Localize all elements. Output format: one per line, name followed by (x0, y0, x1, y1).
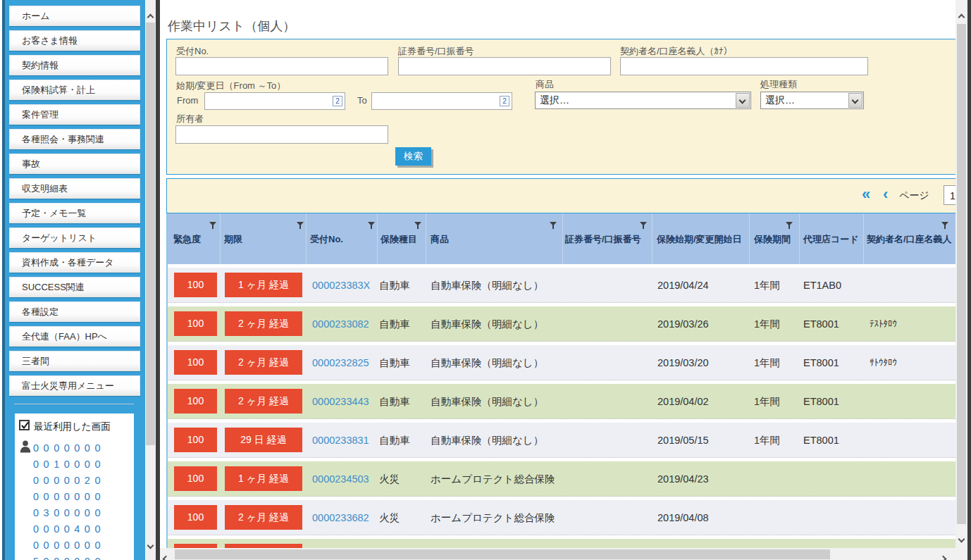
search-panel: 受付No. 証券番号/口振番号 契約者名/口座名義人（ｶﾅ） 始期/変更日（Fr… (166, 39, 957, 175)
chevron-down-icon[interactable] (848, 93, 862, 108)
urgency-badge: 100 (174, 350, 217, 375)
receipt-no-link[interactable]: 0000233682 (312, 500, 369, 535)
scroll-left-icon[interactable] (163, 552, 168, 560)
filter-icon[interactable] (368, 219, 375, 232)
filter-icon[interactable] (297, 219, 304, 232)
urgency-badge: 100 (174, 273, 217, 297)
table-row: 100 1 ヶ月 経過 0000234503 火災 ホームプロテクト総合保険 2… (166, 461, 955, 497)
scroll-down-icon[interactable] (148, 538, 153, 551)
product-label: 商品 (536, 78, 554, 91)
sidebar-item-premium-calc[interactable]: 保険料試算・計上 (9, 80, 140, 100)
receipt-no-input[interactable] (175, 57, 388, 75)
recent-screens-label: 最近利用した画面 (34, 421, 111, 433)
sidebar-item-contract-info[interactable]: 契約情報 (9, 55, 140, 75)
to-date-input[interactable] (371, 92, 512, 110)
agency-code: ET8001 (803, 384, 839, 419)
vertical-scrollbar-thumb[interactable] (957, 24, 966, 524)
column-header-start-date: 保険始期/変更開始日 (657, 233, 742, 246)
agency-code: ET8001 (803, 423, 839, 458)
search-button[interactable]: 検索 (395, 147, 431, 166)
scroll-up-icon[interactable] (148, 10, 153, 23)
urgency-badge: 100 (174, 466, 217, 491)
recent-screen-link[interactable]: 0000020 (33, 475, 105, 486)
scroll-right-icon[interactable] (941, 552, 946, 560)
insurance-category: 火災 (379, 461, 400, 497)
calendar-icon[interactable]: 2 (333, 96, 342, 106)
sidebar-item-document-data[interactable]: 資料作成・各種データ (9, 252, 140, 273)
horizontal-scrollbar[interactable] (160, 548, 955, 560)
start-date: 2019/04/24 (657, 268, 709, 303)
process-type-select[interactable]: 選択… (760, 92, 864, 109)
start-date: 2019/05/15 (657, 423, 709, 458)
recent-screen-link[interactable]: 0000400 (33, 523, 105, 535)
product-select[interactable]: 選択… (535, 92, 751, 109)
sidebar-item-inquiries[interactable]: 各種照会・事務関連 (9, 129, 140, 149)
sidebar-item-customer-info[interactable]: お客さま情報 (9, 30, 140, 51)
recent-screen-link[interactable]: 0000000 (33, 491, 105, 502)
sidebar-item-accident[interactable]: 事故 (9, 154, 140, 174)
policy-no-input[interactable] (398, 57, 611, 75)
recent-screens-checkbox[interactable] (19, 420, 30, 430)
table-left-border (166, 213, 168, 548)
calendar-icon[interactable]: 2 (500, 96, 509, 106)
deadline-badge: 1 ヶ月 経過 (225, 466, 302, 491)
column-header-policy-no: 証券番号/口振番号 (565, 233, 641, 246)
sidebar-item-settings[interactable]: 各種設定 (9, 301, 140, 322)
term: 1年間 (754, 268, 780, 303)
receipt-no-link[interactable]: 0000233831 (312, 423, 369, 458)
scroll-up-icon[interactable] (959, 10, 964, 23)
filter-icon[interactable] (640, 219, 647, 232)
chevron-down-icon[interactable] (736, 93, 750, 108)
recent-screen-link[interactable]: 0010000 (33, 459, 105, 470)
process-type-label: 処理種類 (760, 78, 797, 91)
contractor-input[interactable] (620, 57, 868, 75)
sidebar-item-home[interactable]: ホーム (9, 6, 140, 26)
recent-screen-link[interactable]: 0000000 (33, 540, 105, 551)
column-header-term: 保険期間 (754, 233, 791, 246)
sidebar-item-faa-hp[interactable]: 全代連（FAA）HPへ (9, 326, 140, 347)
recent-screen-link[interactable]: 0300000 (33, 507, 105, 518)
horizontal-scrollbar-thumb[interactable] (175, 549, 830, 559)
page-label: ページ (899, 189, 929, 202)
filter-icon[interactable] (941, 219, 948, 232)
prev-page-icon[interactable]: ‹ (883, 185, 888, 204)
filter-icon[interactable] (550, 219, 557, 232)
sidebar-item-case-management[interactable]: 案件管理 (9, 104, 140, 125)
insurance-category: 自動車 (379, 423, 410, 458)
column-header-receipt-no: 受付No. (310, 233, 343, 246)
sidebar-item-success[interactable]: SUCCESS関連 (9, 277, 140, 297)
urgency-badge: 100 (174, 428, 217, 452)
filter-icon[interactable] (414, 219, 421, 232)
sidebar-scrollbar[interactable] (145, 0, 156, 560)
sidebar-item-sansha[interactable]: 三者間 (9, 351, 140, 371)
receipt-no-link[interactable]: 0000233082 (312, 306, 369, 342)
sidebar-item-schedule-memo[interactable]: 予定・メモ一覧 (9, 203, 140, 223)
sidebar-item-target-list[interactable]: ターゲットリスト (9, 228, 140, 248)
column-header-contractor: 契約者名/口座名義人 (867, 233, 952, 246)
product-select-value: 選択… (540, 94, 569, 107)
sidebar-item-balance-sheet[interactable]: 収支明細表 (9, 178, 140, 199)
sidebar-item-fuji-kasai-menu[interactable]: 富士火災専用メニュー (9, 375, 140, 396)
start-date: 2019/04/02 (657, 384, 709, 419)
agency-code: ET1AB0 (803, 268, 841, 303)
receipt-no-link[interactable]: 0000232825 (312, 345, 369, 380)
receipt-no-link[interactable]: 0000234503 (312, 461, 369, 497)
term: 1年間 (754, 345, 780, 380)
recent-screen-link[interactable]: 0000000 (33, 442, 105, 454)
filter-icon[interactable] (209, 219, 216, 232)
sidebar-scrollbar-thumb[interactable] (146, 23, 155, 445)
receipt-no-link[interactable]: 0000233443 (312, 384, 369, 419)
from-date-input[interactable] (204, 92, 345, 110)
owner-input[interactable] (175, 125, 388, 144)
filter-icon[interactable] (786, 219, 793, 232)
urgency-badge: 100 (174, 389, 217, 413)
vertical-scrollbar[interactable] (955, 0, 967, 560)
from-label: From (177, 95, 198, 106)
insurance-category: 自動車 (379, 306, 410, 342)
urgency-badge: 100 (174, 505, 217, 530)
scroll-down-icon[interactable] (959, 532, 964, 545)
recent-screen-link[interactable]: 5000000 (33, 556, 105, 560)
first-page-icon[interactable]: « (862, 185, 870, 204)
receipt-no-link[interactable]: 000023383X (312, 268, 370, 303)
column-header-agency: 代理店コード (803, 233, 859, 246)
